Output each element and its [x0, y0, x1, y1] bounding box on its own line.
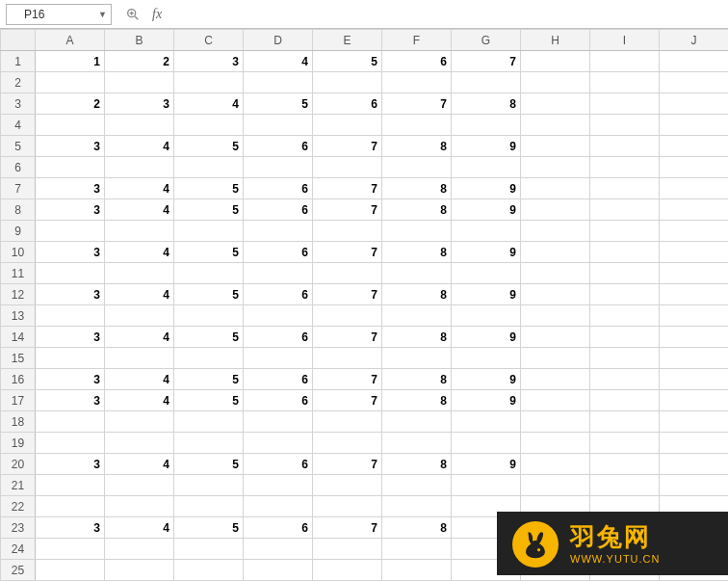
cell[interactable]	[521, 199, 590, 221]
cell[interactable]	[521, 93, 590, 115]
cell[interactable]: 8	[382, 327, 452, 348]
cell[interactable]	[382, 348, 452, 369]
cell[interactable]	[521, 72, 590, 93]
cell[interactable]: 4	[105, 454, 174, 475]
cell[interactable]	[36, 433, 105, 454]
cell[interactable]: 4	[174, 93, 244, 115]
cell[interactable]: 5	[174, 327, 244, 348]
cell[interactable]	[521, 327, 590, 348]
cell[interactable]	[313, 496, 382, 517]
cell[interactable]	[36, 115, 105, 136]
cell[interactable]	[521, 115, 590, 136]
cell[interactable]	[660, 327, 729, 348]
cell[interactable]: 6	[244, 454, 313, 475]
cell[interactable]: 6	[244, 242, 313, 263]
cell[interactable]	[36, 496, 105, 517]
cell[interactable]	[521, 242, 590, 263]
cell[interactable]: 3	[105, 93, 174, 115]
cell[interactable]: 5	[174, 517, 244, 539]
cell[interactable]	[452, 433, 521, 454]
cell[interactable]: 3	[36, 136, 105, 157]
cell[interactable]: 3	[36, 390, 105, 411]
cell[interactable]: 6	[244, 517, 313, 539]
cell[interactable]	[452, 263, 521, 284]
cell[interactable]	[174, 539, 244, 560]
cell[interactable]	[174, 157, 244, 178]
cell[interactable]	[660, 178, 729, 199]
cell[interactable]	[244, 433, 313, 454]
cell[interactable]	[660, 157, 729, 178]
cell[interactable]	[590, 263, 660, 284]
cell[interactable]: 4	[105, 369, 174, 390]
cell[interactable]: 2	[105, 51, 174, 72]
column-header[interactable]: C	[174, 30, 244, 51]
cell[interactable]	[452, 348, 521, 369]
cell[interactable]	[452, 115, 521, 136]
cell[interactable]	[590, 221, 660, 242]
cell[interactable]	[105, 221, 174, 242]
cell[interactable]: 5	[174, 454, 244, 475]
cell[interactable]	[174, 411, 244, 433]
row-header[interactable]: 11	[1, 263, 36, 284]
cell[interactable]: 9	[452, 199, 521, 221]
cell[interactable]	[382, 115, 452, 136]
cell[interactable]: 9	[452, 327, 521, 348]
cell[interactable]	[174, 560, 244, 581]
cell[interactable]	[660, 136, 729, 157]
cell[interactable]	[660, 454, 729, 475]
cell[interactable]	[660, 369, 729, 390]
column-header[interactable]: G	[452, 30, 521, 51]
cell[interactable]: 9	[452, 369, 521, 390]
cell[interactable]: 9	[452, 136, 521, 157]
cell[interactable]	[660, 475, 729, 496]
cell[interactable]: 4	[105, 517, 174, 539]
chevron-down-icon[interactable]: ▼	[98, 10, 107, 19]
cell[interactable]	[174, 348, 244, 369]
cell[interactable]: 3	[36, 242, 105, 263]
cell[interactable]: 7	[313, 390, 382, 411]
cell[interactable]	[521, 454, 590, 475]
cell[interactable]: 7	[313, 199, 382, 221]
cell[interactable]	[521, 51, 590, 72]
cell[interactable]	[105, 115, 174, 136]
cell[interactable]	[105, 72, 174, 93]
cell[interactable]	[452, 475, 521, 496]
cell[interactable]	[313, 433, 382, 454]
cell[interactable]	[36, 263, 105, 284]
row-header[interactable]: 6	[1, 157, 36, 178]
cell[interactable]: 9	[452, 178, 521, 199]
cell[interactable]	[521, 390, 590, 411]
cell[interactable]	[105, 433, 174, 454]
cell[interactable]	[590, 136, 660, 157]
cell[interactable]	[382, 475, 452, 496]
cell[interactable]	[244, 305, 313, 327]
cell[interactable]	[105, 263, 174, 284]
cell[interactable]	[244, 348, 313, 369]
cell[interactable]	[313, 305, 382, 327]
cell[interactable]: 6	[244, 390, 313, 411]
cell[interactable]	[36, 305, 105, 327]
cell[interactable]: 7	[313, 242, 382, 263]
cell[interactable]	[244, 539, 313, 560]
cell[interactable]: 7	[313, 369, 382, 390]
cell[interactable]: 5	[174, 242, 244, 263]
cell[interactable]	[244, 560, 313, 581]
cell[interactable]	[105, 411, 174, 433]
cell[interactable]: 8	[382, 454, 452, 475]
cell[interactable]	[174, 263, 244, 284]
cell[interactable]	[244, 115, 313, 136]
cell[interactable]: 8	[382, 242, 452, 263]
cell[interactable]	[382, 433, 452, 454]
cell[interactable]	[313, 157, 382, 178]
cell[interactable]	[174, 72, 244, 93]
row-header[interactable]: 21	[1, 475, 36, 496]
column-header[interactable]: J	[660, 30, 729, 51]
cell[interactable]	[36, 157, 105, 178]
cell[interactable]	[452, 411, 521, 433]
formula-input[interactable]	[175, 4, 722, 25]
cell[interactable]: 4	[105, 199, 174, 221]
cell[interactable]	[382, 263, 452, 284]
row-header[interactable]: 1	[1, 51, 36, 72]
cell[interactable]	[590, 390, 660, 411]
cell[interactable]: 5	[174, 136, 244, 157]
